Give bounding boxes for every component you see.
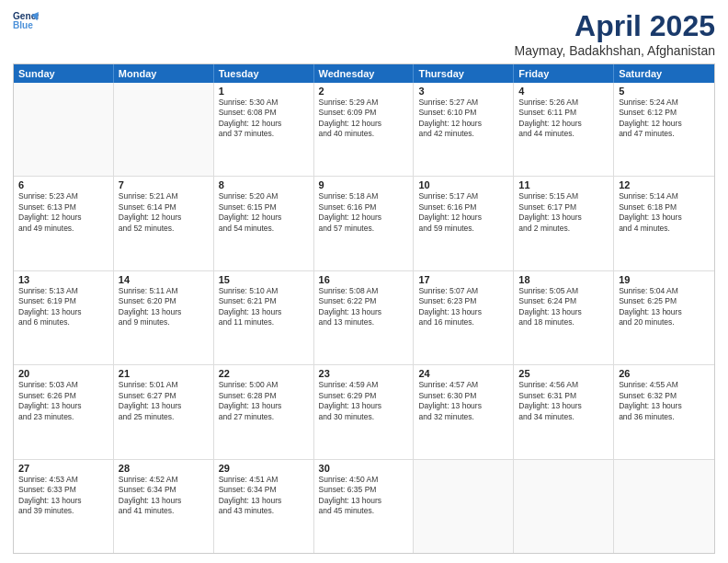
day-number: 8 (219, 179, 309, 190)
day-info: Sunrise: 5:11 AM Sunset: 6:20 PM Dayligh… (119, 286, 209, 328)
day-info: Sunrise: 4:57 AM Sunset: 6:30 PM Dayligh… (418, 380, 508, 422)
day-info: Sunrise: 5:24 AM Sunset: 6:12 PM Dayligh… (619, 98, 710, 140)
day-number: 26 (619, 368, 710, 379)
day-number: 23 (319, 368, 409, 379)
calendar-cell: 24Sunrise: 4:57 AM Sunset: 6:30 PM Dayli… (414, 365, 514, 458)
day-info: Sunrise: 5:03 AM Sunset: 6:26 PM Dayligh… (18, 380, 108, 422)
calendar-row: 6Sunrise: 5:23 AM Sunset: 6:13 PM Daylig… (14, 177, 714, 270)
calendar-cell: 3Sunrise: 5:27 AM Sunset: 6:10 PM Daylig… (414, 83, 514, 176)
day-number: 5 (619, 86, 710, 97)
calendar-row: 27Sunrise: 4:53 AM Sunset: 6:33 PM Dayli… (14, 460, 714, 553)
day-number: 25 (518, 368, 609, 379)
day-number: 6 (18, 179, 108, 190)
day-info: Sunrise: 4:56 AM Sunset: 6:31 PM Dayligh… (518, 380, 609, 422)
day-number: 12 (619, 179, 710, 190)
day-info: Sunrise: 4:55 AM Sunset: 6:32 PM Dayligh… (619, 380, 710, 422)
weekday-header: Friday (514, 64, 614, 83)
day-number: 27 (18, 463, 108, 474)
day-info: Sunrise: 5:30 AM Sunset: 6:08 PM Dayligh… (219, 98, 309, 140)
day-info: Sunrise: 5:21 AM Sunset: 6:14 PM Dayligh… (119, 191, 209, 234)
calendar-row: 1Sunrise: 5:30 AM Sunset: 6:08 PM Daylig… (14, 83, 714, 177)
calendar-cell: 13Sunrise: 5:13 AM Sunset: 6:19 PM Dayli… (14, 271, 114, 364)
calendar-cell: 21Sunrise: 5:01 AM Sunset: 6:27 PM Dayli… (114, 365, 214, 458)
day-info: Sunrise: 5:26 AM Sunset: 6:11 PM Dayligh… (518, 98, 609, 140)
day-number: 24 (418, 368, 508, 379)
logo: General Blue (13, 9, 39, 35)
day-number: 28 (119, 463, 209, 474)
calendar-cell: 15Sunrise: 5:10 AM Sunset: 6:21 PM Dayli… (214, 271, 314, 364)
calendar-cell (414, 460, 514, 553)
day-number: 11 (518, 179, 609, 190)
day-number: 30 (319, 463, 409, 474)
day-number: 7 (119, 179, 209, 190)
day-number: 16 (319, 274, 409, 285)
calendar-cell: 11Sunrise: 5:15 AM Sunset: 6:17 PM Dayli… (514, 177, 614, 270)
day-info: Sunrise: 5:13 AM Sunset: 6:19 PM Dayligh… (18, 286, 108, 328)
weekday-header: Monday (114, 64, 214, 83)
day-info: Sunrise: 4:59 AM Sunset: 6:29 PM Dayligh… (319, 380, 409, 422)
day-info: Sunrise: 4:53 AM Sunset: 6:33 PM Dayligh… (18, 475, 108, 517)
calendar-cell: 17Sunrise: 5:07 AM Sunset: 6:23 PM Dayli… (414, 271, 514, 364)
day-info: Sunrise: 4:52 AM Sunset: 6:34 PM Dayligh… (119, 475, 209, 517)
calendar-cell: 10Sunrise: 5:17 AM Sunset: 6:16 PM Dayli… (414, 177, 514, 270)
calendar-body: 1Sunrise: 5:30 AM Sunset: 6:08 PM Daylig… (14, 83, 714, 553)
day-number: 4 (518, 86, 609, 97)
day-info: Sunrise: 5:14 AM Sunset: 6:18 PM Dayligh… (619, 191, 710, 234)
day-info: Sunrise: 5:01 AM Sunset: 6:27 PM Dayligh… (119, 380, 209, 422)
day-info: Sunrise: 4:51 AM Sunset: 6:34 PM Dayligh… (219, 475, 309, 517)
day-number: 1 (219, 86, 309, 97)
weekday-header: Tuesday (214, 64, 314, 83)
logo-icon: General Blue (13, 9, 39, 35)
day-info: Sunrise: 5:29 AM Sunset: 6:09 PM Dayligh… (319, 98, 409, 140)
header: General Blue April 2025 Maymay, Badakhsh… (13, 9, 715, 58)
calendar-cell: 29Sunrise: 4:51 AM Sunset: 6:34 PM Dayli… (214, 460, 314, 553)
weekday-header: Wednesday (314, 64, 415, 83)
main-title: April 2025 (515, 9, 715, 43)
calendar-cell: 19Sunrise: 5:04 AM Sunset: 6:25 PM Dayli… (614, 271, 714, 364)
day-info: Sunrise: 5:08 AM Sunset: 6:22 PM Dayligh… (319, 286, 409, 328)
weekday-header: Saturday (614, 64, 714, 83)
day-number: 14 (119, 274, 209, 285)
day-info: Sunrise: 5:17 AM Sunset: 6:16 PM Dayligh… (418, 191, 508, 234)
subtitle: Maymay, Badakhshan, Afghanistan (515, 43, 715, 58)
calendar-cell: 27Sunrise: 4:53 AM Sunset: 6:33 PM Dayli… (14, 460, 114, 553)
calendar-row: 13Sunrise: 5:13 AM Sunset: 6:19 PM Dayli… (14, 271, 714, 365)
calendar-cell (14, 83, 114, 176)
calendar-cell: 20Sunrise: 5:03 AM Sunset: 6:26 PM Dayli… (14, 365, 114, 458)
day-info: Sunrise: 4:50 AM Sunset: 6:35 PM Dayligh… (319, 475, 409, 517)
calendar: SundayMondayTuesdayWednesdayThursdayFrid… (13, 63, 715, 554)
day-info: Sunrise: 5:20 AM Sunset: 6:15 PM Dayligh… (219, 191, 309, 234)
page: General Blue April 2025 Maymay, Badakhsh… (0, 0, 728, 563)
day-number: 15 (219, 274, 309, 285)
day-info: Sunrise: 5:15 AM Sunset: 6:17 PM Dayligh… (518, 191, 609, 234)
calendar-cell: 16Sunrise: 5:08 AM Sunset: 6:22 PM Dayli… (314, 271, 415, 364)
day-number: 17 (418, 274, 508, 285)
calendar-header: SundayMondayTuesdayWednesdayThursdayFrid… (14, 64, 714, 83)
weekday-header: Thursday (414, 64, 514, 83)
calendar-row: 20Sunrise: 5:03 AM Sunset: 6:26 PM Dayli… (14, 365, 714, 459)
day-number: 18 (518, 274, 609, 285)
calendar-cell: 26Sunrise: 4:55 AM Sunset: 6:32 PM Dayli… (614, 365, 714, 458)
day-number: 19 (619, 274, 710, 285)
weekday-header: Sunday (14, 64, 114, 83)
calendar-cell: 22Sunrise: 5:00 AM Sunset: 6:28 PM Dayli… (214, 365, 314, 458)
calendar-cell: 2Sunrise: 5:29 AM Sunset: 6:09 PM Daylig… (314, 83, 415, 176)
calendar-cell: 8Sunrise: 5:20 AM Sunset: 6:15 PM Daylig… (214, 177, 314, 270)
calendar-cell: 28Sunrise: 4:52 AM Sunset: 6:34 PM Dayli… (114, 460, 214, 553)
day-number: 22 (219, 368, 309, 379)
calendar-cell: 6Sunrise: 5:23 AM Sunset: 6:13 PM Daylig… (14, 177, 114, 270)
calendar-cell: 9Sunrise: 5:18 AM Sunset: 6:16 PM Daylig… (314, 177, 415, 270)
calendar-cell: 18Sunrise: 5:05 AM Sunset: 6:24 PM Dayli… (514, 271, 614, 364)
day-number: 20 (18, 368, 108, 379)
day-info: Sunrise: 5:07 AM Sunset: 6:23 PM Dayligh… (418, 286, 508, 328)
calendar-cell (114, 83, 214, 176)
calendar-cell: 7Sunrise: 5:21 AM Sunset: 6:14 PM Daylig… (114, 177, 214, 270)
calendar-cell: 4Sunrise: 5:26 AM Sunset: 6:11 PM Daylig… (514, 83, 614, 176)
day-number: 13 (18, 274, 108, 285)
calendar-cell: 30Sunrise: 4:50 AM Sunset: 6:35 PM Dayli… (314, 460, 415, 553)
day-info: Sunrise: 5:00 AM Sunset: 6:28 PM Dayligh… (219, 380, 309, 422)
calendar-cell: 23Sunrise: 4:59 AM Sunset: 6:29 PM Dayli… (314, 365, 415, 458)
svg-text:Blue: Blue (13, 20, 33, 30)
day-number: 29 (219, 463, 309, 474)
calendar-cell: 5Sunrise: 5:24 AM Sunset: 6:12 PM Daylig… (614, 83, 714, 176)
